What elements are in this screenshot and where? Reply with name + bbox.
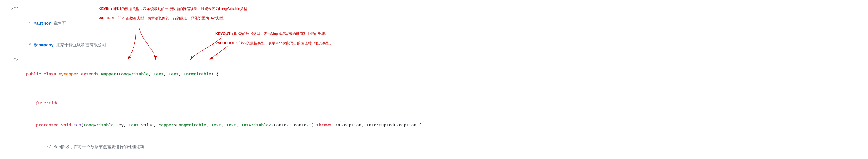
line-4: */ [11, 56, 857, 64]
line-5: public class MyMapper extends Mapper<Lon… [11, 64, 857, 86]
line-6 [11, 86, 857, 93]
line-8: protected void map(LongWritable key, Tex… [11, 115, 857, 136]
line-1: /** [11, 5, 857, 13]
code-block: /** * @author 章鱼哥 * @company 北京千锋互联科技有限公… [11, 5, 857, 159]
code-container: KEYIN：即K1的数据类型，表示读取到的一行数据的行偏移量，只能设置为Long… [0, 0, 868, 159]
line-9: // Map阶段，在每一个数据节点需要进行的处理逻辑 [11, 136, 857, 158]
line-2: * @author 章鱼哥 [11, 13, 857, 35]
line-3: * @company 北京千锋互联科技有限公司 [11, 35, 857, 56]
line-7: @Override [11, 93, 857, 115]
